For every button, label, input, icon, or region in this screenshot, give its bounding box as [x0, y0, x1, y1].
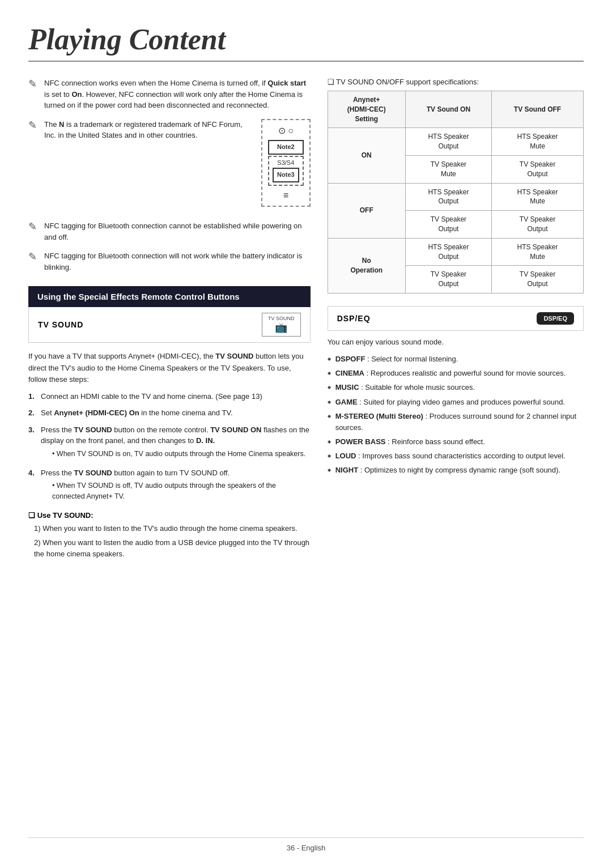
- note-text-4: NFC tagging for Bluetooth connection wil…: [44, 250, 311, 273]
- use-tv-sound-list: 1) When you want to listen to the TV's a…: [28, 523, 311, 560]
- note-text-3: NFC tagging for Bluetooth connection can…: [44, 220, 311, 242]
- note-item-2: ✎ ⊙ ○ Note2 S3/S4 Note3 ≡ The N is a tra…: [28, 119, 311, 213]
- dspeq-label: DSP/EQ: [337, 314, 371, 323]
- note-item-1: ✎ NFC connection works even when the Hom…: [28, 78, 311, 111]
- s3s4-label: S3/S4: [277, 159, 294, 166]
- tv-sound-icon-sym: 📺: [268, 321, 295, 334]
- step-2: 2. Set Anynet+ (HDMI-CEC) On in the home…: [28, 407, 311, 419]
- row-label-noop: NoOperation: [328, 238, 405, 293]
- dspeq-item-dspoff: DSPOFF : Select for normal listening.: [328, 354, 584, 365]
- dspeq-item-music: MUSIC : Suitable for whole music sources…: [328, 382, 584, 393]
- page-title: Playing Content: [28, 23, 584, 62]
- page-number: 36 - English: [287, 844, 326, 852]
- col-header-on: TV Sound ON: [405, 91, 491, 128]
- on-sound-off-tv: TV SpeakerOutput: [492, 155, 584, 183]
- note-text-1: NFC connection works even when the Home …: [44, 78, 311, 111]
- dspeq-icon-text: DSP/EQ: [543, 315, 567, 322]
- table-row-noop-1: NoOperation HTS SpeakerOutput HTS Speake…: [328, 238, 583, 266]
- dspeq-item-mstereo: M-STEREO (Multi Stereo) : Produces surro…: [328, 411, 584, 433]
- off-sound-on-hts: HTS SpeakerOutput: [405, 183, 491, 211]
- dspeq-list: DSPOFF : Select for normal listening. CI…: [328, 354, 584, 476]
- step-1: 1. Connect an HDMI cable to the TV and h…: [28, 391, 311, 402]
- row-label-off: OFF: [328, 183, 405, 238]
- left-column: ✎ NFC connection works even when the Hom…: [28, 78, 311, 563]
- note-icon-2: ✎: [28, 118, 41, 133]
- dspeq-item-cinema: CINEMA : Reproduces realistic and powerf…: [328, 368, 584, 379]
- tv-sound-icon-box: TV SOUND 📺: [262, 313, 301, 337]
- use-item-1: 1) When you want to listen to the TV's a…: [34, 523, 311, 534]
- steps-list: 1. Connect an HDMI cable to the TV and h…: [28, 391, 311, 504]
- tv-sound-label: TV SOUND: [38, 320, 83, 329]
- step-3-num: 3.: [28, 424, 41, 436]
- page-footer: 36 - English: [28, 837, 584, 852]
- on-sound-off-hts: HTS SpeakerMute: [492, 128, 584, 156]
- col-header-setting: Anynet+(HDMI-CEC)Setting: [328, 91, 405, 128]
- note-text-2: ⊙ ○ Note2 S3/S4 Note3 ≡ The N is a trade…: [44, 119, 311, 213]
- off-sound-off-tv: TV SpeakerOutput: [492, 211, 584, 239]
- step-3-sub: When TV SOUND is on, TV audio outputs th…: [52, 449, 311, 459]
- tv-sound-table: Anynet+(HDMI-CEC)Setting TV Sound ON TV …: [328, 91, 584, 293]
- table-header-row: Anynet+(HDMI-CEC)Setting TV Sound ON TV …: [328, 91, 583, 128]
- tv-sound-icon-label: TV SOUND: [268, 316, 295, 321]
- tv-sound-body-text: If you have a TV that supports Anynet+ (…: [28, 351, 311, 385]
- dspeq-item-game: GAME : Suited for playing video games an…: [328, 397, 584, 408]
- dspeq-section: DSP/EQ DSP/EQ You can enjoy various soun…: [328, 306, 584, 476]
- page: Playing Content ✎ NFC connection works e…: [0, 0, 612, 868]
- note2-box: Note2: [268, 140, 304, 155]
- row-label-on: ON: [328, 128, 405, 183]
- section-header-special-effects: Using the Special Effects Remote Control…: [28, 286, 311, 307]
- dspeq-item-loud: LOUD : Improves bass sound characteristi…: [328, 450, 584, 462]
- off-sound-on-tv: TV SpeakerOutput: [405, 211, 491, 239]
- step-4: 4. Press the TV SOUND button again to tu…: [28, 467, 311, 504]
- step-3-content: Press the TV SOUND button on the remote …: [41, 424, 311, 462]
- dspeq-item-powerbass: POWER BASS : Reinforce bass sound effect…: [328, 436, 584, 448]
- on-sound-on-hts: HTS SpeakerOutput: [405, 128, 491, 156]
- dspeq-row: DSP/EQ DSP/EQ: [328, 306, 584, 331]
- note-item-4: ✎ NFC tagging for Bluetooth connection w…: [28, 250, 311, 273]
- noop-sound-on-tv: TV SpeakerOutput: [405, 266, 491, 293]
- dspeq-body-text: You can enjoy various sound mode.: [328, 337, 584, 348]
- use-item-2: 2) When you want to listen the audio fro…: [34, 537, 311, 559]
- nfc-diagram: ⊙ ○ Note2 S3/S4 Note3 ≡: [261, 119, 311, 207]
- table-row-on-1: ON HTS SpeakerOutput HTS SpeakerMute: [328, 128, 583, 156]
- note-item-3: ✎ NFC tagging for Bluetooth connection c…: [28, 220, 311, 242]
- note-icon-3: ✎: [28, 219, 41, 235]
- right-column: TV SOUND ON/OFF support specifications: …: [328, 78, 584, 563]
- step-4-sub: When TV SOUND is off, TV audio outputs t…: [52, 480, 311, 502]
- noop-sound-off-hts: HTS SpeakerMute: [492, 238, 584, 266]
- note3-box: Note3: [273, 168, 299, 182]
- step-4-content: Press the TV SOUND button again to turn …: [41, 467, 311, 504]
- col-header-off: TV Sound OFF: [492, 91, 584, 128]
- step-1-text: Connect an HDMI cable to the TV and home…: [41, 391, 262, 402]
- use-tv-sound-header: Use TV SOUND:: [28, 511, 311, 520]
- step-4-num: 4.: [28, 467, 41, 479]
- note-icon-1: ✎: [28, 76, 41, 92]
- dspeq-icon-box: DSP/EQ: [537, 312, 574, 325]
- off-sound-off-hts: HTS SpeakerMute: [492, 183, 584, 211]
- noop-sound-on-hts: HTS SpeakerOutput: [405, 238, 491, 266]
- step-1-num: 1.: [28, 391, 41, 402]
- table-row-off-1: OFF HTS SpeakerOutput HTS SpeakerMute: [328, 183, 583, 211]
- table-section-header: TV SOUND ON/OFF support specifications:: [328, 78, 584, 86]
- noop-sound-off-tv: TV SpeakerOutput: [492, 266, 584, 293]
- use-tv-sound-box: Use TV SOUND: 1) When you want to listen…: [28, 511, 311, 560]
- step-2-text: Set Anynet+ (HDMI-CEC) On in the home ci…: [41, 407, 233, 419]
- table-header-text: TV SOUND ON/OFF support specifications:: [336, 78, 479, 86]
- two-column-layout: ✎ NFC connection works even when the Hom…: [28, 78, 584, 563]
- on-sound-on-tv: TV SpeakerMute: [405, 155, 491, 183]
- step-3: 3. Press the TV SOUND button on the remo…: [28, 424, 311, 462]
- step-2-num: 2.: [28, 407, 41, 419]
- note-icon-4: ✎: [28, 249, 41, 265]
- tv-sound-row: TV SOUND TV SOUND 📺: [28, 307, 311, 343]
- dspeq-item-night: NIGHT : Optimizes to night by compress d…: [328, 465, 584, 476]
